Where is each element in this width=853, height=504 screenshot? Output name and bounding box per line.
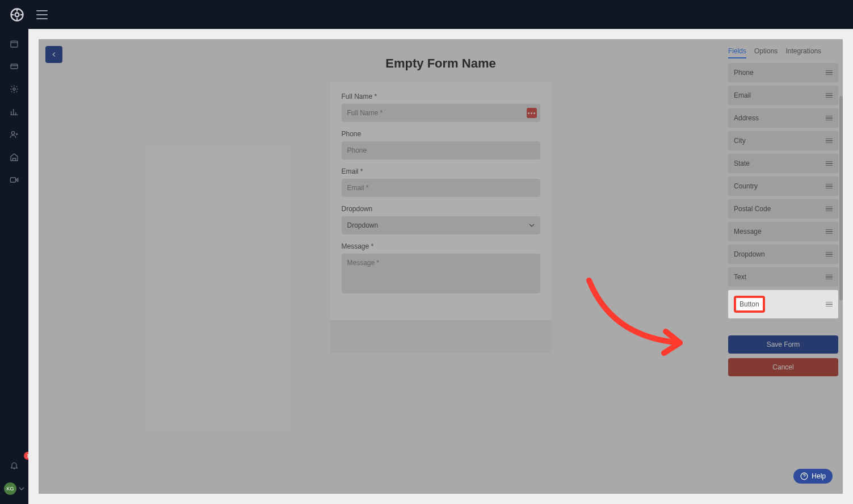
field-type-phone[interactable]: Phone (728, 63, 838, 82)
drag-handle-icon[interactable] (826, 275, 833, 280)
menu-toggle-icon[interactable] (36, 10, 48, 19)
svg-rect-3 (11, 64, 18, 69)
drag-handle-icon[interactable] (826, 70, 833, 75)
field-type-label: Address (734, 114, 759, 122)
svg-rect-2 (11, 41, 18, 47)
form-footer-spacer (330, 320, 552, 353)
scrollbar[interactable] (839, 96, 843, 300)
drag-handle-icon[interactable] (826, 302, 833, 307)
field-label: Full Name * (342, 93, 540, 100)
main-content: Empty Form Name Full Name *PhoneEmail *D… (28, 29, 853, 504)
field-label: Dropdown (342, 205, 540, 213)
form-builder-canvas: Empty Form Name Full Name *PhoneEmail *D… (39, 39, 843, 494)
user-menu[interactable]: KG (4, 482, 24, 495)
field-type-label: Message (734, 228, 762, 236)
field-label: Phone (342, 130, 540, 138)
cancel-button[interactable]: Cancel (728, 358, 838, 376)
form-field-full-name-: Full Name * (342, 93, 540, 122)
field-input[interactable]: Dropdown (342, 216, 540, 234)
help-label: Help (812, 472, 826, 480)
drag-handle-icon[interactable] (826, 93, 833, 98)
field-type-label: Dropdown (734, 250, 765, 258)
svg-point-5 (11, 132, 14, 135)
field-type-label: State (734, 159, 750, 167)
field-type-label: Postal Code (734, 205, 771, 213)
field-type-list: PhoneEmailAddressCityStateCountryPostal … (724, 63, 843, 318)
nav-calendar-icon[interactable] (0, 33, 28, 54)
page-title: Empty Form Name (39, 39, 843, 71)
chevron-down-icon (19, 486, 24, 492)
topbar (0, 0, 853, 29)
nav-analytics-icon[interactable] (0, 102, 28, 122)
field-type-label: Email (734, 91, 751, 99)
annotation-highlight: Button (734, 296, 765, 313)
tab-fields[interactable]: Fields (728, 47, 746, 58)
drag-handle-icon[interactable] (826, 138, 833, 144)
nav-settings-icon[interactable] (0, 79, 28, 99)
nav-card-icon[interactable] (0, 56, 28, 77)
tab-integrations[interactable]: Integrations (785, 47, 821, 58)
field-type-label: Phone (734, 69, 754, 77)
field-type-email[interactable]: Email (728, 86, 838, 105)
help-icon (800, 472, 808, 480)
avatar: KG (4, 482, 16, 495)
drag-handle-icon[interactable] (826, 116, 833, 121)
field-type-button[interactable]: Button (728, 290, 838, 318)
drag-handle-icon[interactable] (826, 161, 833, 166)
form-preview-card: Full Name *PhoneEmail *DropdownDropdownM… (330, 82, 552, 320)
right-panel-tabs: FieldsOptionsIntegrations (724, 39, 843, 63)
drag-handle-icon[interactable] (826, 184, 833, 189)
help-button[interactable]: Help (793, 469, 833, 484)
notifications-icon[interactable]: 1 (0, 455, 28, 476)
form-field-email-: Email * (342, 167, 540, 197)
field-type-postal-code[interactable]: Postal Code (728, 199, 838, 219)
field-input[interactable] (342, 254, 540, 293)
annotation-arrow (578, 269, 703, 366)
field-input[interactable] (342, 141, 540, 159)
svg-point-4 (13, 88, 15, 90)
back-button[interactable] (45, 46, 62, 63)
right-panel: FieldsOptionsIntegrations PhoneEmailAddr… (724, 39, 843, 494)
field-type-label: City (734, 137, 746, 145)
field-options-button[interactable] (527, 108, 537, 118)
sidebar-left: 1 KG (0, 29, 28, 504)
field-type-city[interactable]: City (728, 131, 838, 150)
field-label: Message * (342, 242, 540, 250)
app-logo (9, 7, 25, 23)
field-type-dropdown[interactable]: Dropdown (728, 245, 838, 264)
field-type-label: Button (734, 296, 765, 313)
field-input[interactable] (342, 104, 540, 122)
svg-point-1 (15, 12, 19, 16)
drag-handle-icon[interactable] (826, 229, 833, 234)
nav-dashboard-icon[interactable] (0, 147, 28, 167)
field-input[interactable] (342, 179, 540, 197)
field-type-country[interactable]: Country (728, 177, 838, 196)
panel-buttons: Save Form Cancel (724, 318, 843, 376)
field-label: Email * (342, 167, 540, 175)
form-field-phone: Phone (342, 130, 540, 159)
nav-user-add-icon[interactable] (0, 124, 28, 145)
save-form-button[interactable]: Save Form (728, 335, 838, 354)
field-type-label: Text (734, 273, 746, 281)
drag-handle-icon[interactable] (826, 252, 833, 257)
field-type-label: Country (734, 182, 758, 190)
form-field-message-: Message * (342, 242, 540, 295)
field-type-message[interactable]: Message (728, 222, 838, 241)
nav-video-icon[interactable] (0, 170, 28, 190)
drag-handle-icon[interactable] (826, 207, 833, 212)
field-type-address[interactable]: Address (728, 108, 838, 128)
field-type-state[interactable]: State (728, 154, 838, 173)
form-field-dropdown: DropdownDropdown (342, 205, 540, 234)
tab-options[interactable]: Options (754, 47, 778, 58)
field-type-text[interactable]: Text (728, 267, 838, 287)
svg-rect-6 (10, 178, 15, 182)
